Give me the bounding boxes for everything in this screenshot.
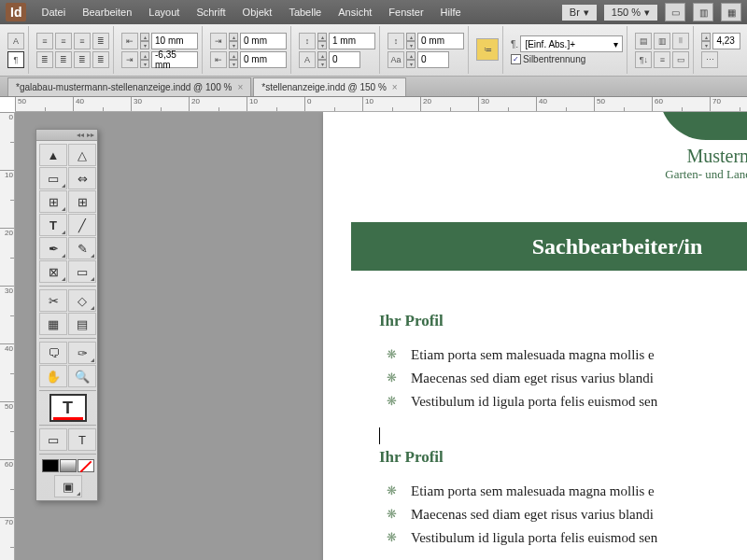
menu-ansicht[interactable]: Ansicht — [331, 3, 379, 21]
selection-tool[interactable]: ▲ — [39, 144, 67, 166]
indent-left-input[interactable]: 10 mm — [151, 33, 198, 49]
justify-right-icon[interactable]: ≣ — [74, 51, 91, 68]
document-page[interactable]: Mustermann Garten- und Landschaftsbau Sa… — [323, 112, 747, 560]
align-center-icon[interactable]: ≡ — [55, 33, 72, 49]
last-line-input[interactable]: 0 mm — [240, 51, 287, 68]
grid-align-icon[interactable]: ≡ — [654, 51, 670, 68]
gap-tool[interactable]: ⇔ — [68, 167, 96, 189]
dropcap-chars-icon: Aa — [388, 51, 404, 68]
pencil-tool[interactable]: ✎ — [68, 237, 96, 259]
columns-icon[interactable]: ▥ — [654, 33, 670, 49]
justify-center-icon[interactable]: ≣ — [55, 51, 72, 68]
rectangle-frame-tool[interactable]: ⊠ — [39, 260, 67, 283]
close-icon[interactable]: ▸▸ — [87, 131, 94, 139]
rectangle-tool[interactable]: ▭ — [68, 260, 96, 283]
free-transform-tool[interactable]: ◇ — [68, 289, 96, 312]
gradient-swatch-tool[interactable]: ▦ — [39, 313, 67, 335]
menu-tabelle[interactable]: Tabelle — [281, 3, 329, 21]
tools-panel[interactable]: ◂◂▸▸ ▲ △ ▭ ⇔ ⊞ ⊞ T ╱ ✒ ✎ ⊠ ▭ ✂ ◇ ▦ ▤ 🗨 — [35, 129, 98, 501]
apply-color-swatch[interactable] — [42, 459, 59, 472]
justify-icon[interactable]: ≣ — [92, 33, 109, 49]
span-col-icon[interactable]: ⫴ — [672, 33, 689, 49]
section-profil-1: Ihr Profil Etiam porta sem malesuada mag… — [379, 312, 747, 413]
page-tool[interactable]: ▭ — [39, 167, 67, 189]
formatting-container-icon[interactable]: ▭ — [39, 428, 67, 451]
space-after-icon: ↕ — [388, 33, 404, 49]
control-panel: A ¶ ≡ ≡ ≡ ≣ ≣ ≣ ≣ ≣ ⇤ ▴▾ 10 mm ⇥ ▴▾ -6,3… — [0, 24, 747, 77]
menu-layout[interactable]: Layout — [141, 3, 187, 21]
content-collector-tool[interactable]: ⊞ — [39, 190, 67, 213]
type-tool[interactable]: T — [39, 214, 67, 236]
space-after-spinner[interactable]: ▴▾ — [406, 33, 416, 49]
content-placer-tool[interactable]: ⊞ — [68, 190, 96, 213]
menu-bearbeiten[interactable]: Bearbeiten — [75, 3, 139, 21]
menu-schrift[interactable]: Schrift — [189, 3, 233, 21]
para-mode-icon[interactable]: ¶ — [7, 51, 24, 68]
space-before-input[interactable]: 1 mm — [329, 33, 375, 49]
right-value-input[interactable]: 4,23 — [712, 33, 740, 49]
justify-all-icon[interactable]: ≣ — [92, 51, 109, 68]
last-line-spinner[interactable]: ▴▾ — [229, 51, 238, 68]
view-mode-toggle[interactable]: ▣ — [54, 475, 82, 497]
eyedropper-tool[interactable]: ✑ — [68, 342, 96, 364]
formatting-text-icon[interactable]: T — [68, 428, 96, 451]
collapse-icon[interactable]: ◂◂ — [77, 131, 84, 139]
indent-right-input[interactable]: 0 mm — [240, 33, 287, 49]
workspace: 5040302010010203040506070 01020304050607… — [0, 97, 747, 560]
tab-galabau[interactable]: *galabau-mustermann-stellenanzeige.indd … — [7, 77, 251, 96]
menu-objekt[interactable]: Objekt — [235, 3, 280, 21]
menubar: Id Datei Bearbeiten Layout Schrift Objek… — [0, 0, 747, 24]
align-left-icon[interactable]: ≡ — [36, 33, 53, 49]
direct-selection-tool[interactable]: △ — [68, 144, 96, 166]
dropcap-lines-spinner[interactable]: ▴▾ — [317, 51, 327, 68]
apply-none-swatch[interactable] — [78, 459, 94, 472]
menu-datei[interactable]: Datei — [34, 3, 73, 21]
bridge-button[interactable]: Br ▾ — [562, 5, 597, 21]
screen-mode-icon[interactable]: ▥ — [693, 3, 713, 21]
hand-tool[interactable]: ✋ — [39, 365, 67, 387]
char-mode-icon[interactable]: A — [7, 33, 24, 49]
ruler-horizontal[interactable]: 5040302010010203040506070 — [15, 97, 747, 112]
options-icon[interactable]: ¶↓ — [635, 51, 652, 68]
zoom-tool[interactable]: 🔍 — [68, 365, 96, 387]
space-before-icon: ↕ — [299, 33, 316, 49]
indent-left-spinner[interactable]: ▴▾ — [140, 33, 149, 49]
dropcap-chars-spinner[interactable]: ▴▾ — [406, 51, 416, 68]
tab-stellenanzeige[interactable]: *stellenanzeige.indd @ 150 %× — [253, 77, 405, 96]
dropcap-lines-input[interactable]: 0 — [329, 51, 360, 68]
note-tool[interactable]: 🗨 — [39, 342, 67, 364]
fill-stroke-swap[interactable]: T — [49, 394, 87, 422]
bullets-icon[interactable]: ≔ — [476, 38, 499, 61]
baseline-grid-icon[interactable]: ▤ — [635, 33, 652, 49]
rules-icon[interactable]: ▭ — [672, 51, 689, 68]
space-before-spinner[interactable]: ▴▾ — [317, 33, 327, 49]
hyphenation-checkbox[interactable]: ✓ — [511, 54, 521, 64]
space-after-input[interactable]: 0 mm — [417, 33, 464, 49]
zoom-selector[interactable]: 150 % ▾ — [604, 5, 657, 21]
scissors-tool[interactable]: ✂ — [39, 289, 67, 312]
indent-left-icon: ⇤ — [121, 33, 138, 49]
right-spinner[interactable]: ▴▾ — [701, 33, 711, 49]
para-style-select[interactable]: [Einf. Abs.]+▾ — [520, 35, 623, 52]
indent-right-spinner[interactable]: ▴▾ — [229, 33, 238, 49]
align-right-icon[interactable]: ≡ — [74, 33, 91, 49]
view-mode-icon[interactable]: ▭ — [665, 3, 685, 21]
gradient-feather-tool[interactable]: ▤ — [68, 313, 96, 335]
close-icon[interactable]: × — [392, 82, 398, 92]
first-line-input[interactable]: -6,35 mm — [151, 51, 198, 68]
pen-tool[interactable]: ✒ — [39, 237, 67, 259]
extra-icon[interactable]: ⋯ — [701, 51, 718, 68]
arrange-icon[interactable]: ▦ — [721, 3, 741, 21]
justify-left-icon[interactable]: ≣ — [36, 51, 53, 68]
menu-hilfe[interactable]: Hilfe — [433, 3, 469, 21]
menu-fenster[interactable]: Fenster — [381, 3, 430, 21]
canvas[interactable]: Mustermann Garten- und Landschaftsbau Sa… — [15, 112, 747, 560]
first-line-icon: ⇥ — [121, 51, 138, 68]
close-icon[interactable]: × — [237, 82, 243, 92]
first-line-spinner[interactable]: ▴▾ — [140, 51, 149, 68]
dropcap-chars-input[interactable]: 0 — [417, 51, 449, 68]
line-tool[interactable]: ╱ — [68, 214, 96, 236]
apply-gradient-swatch[interactable] — [60, 459, 77, 472]
panel-header[interactable]: ◂◂▸▸ — [36, 130, 97, 141]
ruler-vertical[interactable]: 01020304050607080 — [0, 112, 15, 560]
